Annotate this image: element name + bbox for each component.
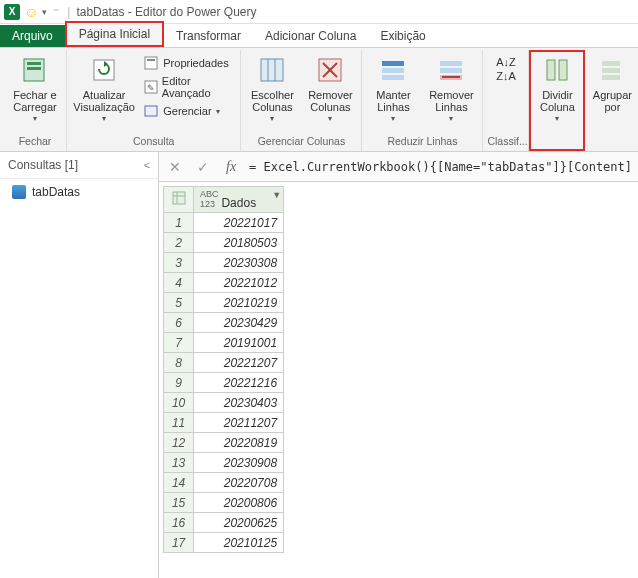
cell-value[interactable]: 20230308 bbox=[194, 253, 284, 273]
smiley-icon: ☺ bbox=[24, 4, 38, 20]
remove-columns-button[interactable]: Remover Colunas ▾ bbox=[303, 52, 357, 127]
tab-file[interactable]: Arquivo bbox=[0, 25, 65, 47]
table-row[interactable]: 920221216 bbox=[164, 373, 284, 393]
choose-columns-button[interactable]: Escolher Colunas ▾ bbox=[245, 52, 299, 127]
svg-rect-9 bbox=[145, 106, 157, 116]
table-corner[interactable] bbox=[164, 187, 194, 213]
column-header-dados[interactable]: ABC 123 Dados ▼ bbox=[194, 187, 284, 213]
row-number[interactable]: 9 bbox=[164, 373, 194, 393]
row-number[interactable]: 4 bbox=[164, 273, 194, 293]
commit-formula-icon[interactable]: ✓ bbox=[193, 157, 213, 177]
ribbon: Fechar e Carregar ▾ Fechar Atualizar Vis… bbox=[0, 48, 638, 152]
fx-icon[interactable]: fx bbox=[221, 157, 241, 177]
properties-button[interactable]: Propriedades bbox=[141, 54, 236, 72]
row-number[interactable]: 7 bbox=[164, 333, 194, 353]
cell-value[interactable]: 20180503 bbox=[194, 233, 284, 253]
manage-button[interactable]: Gerenciar ▾ bbox=[141, 102, 236, 120]
sort-desc-button[interactable]: Z↓A bbox=[496, 70, 516, 82]
cell-value[interactable]: 20221017 bbox=[194, 213, 284, 233]
table-row[interactable]: 420221012 bbox=[164, 273, 284, 293]
table-row[interactable]: 720191001 bbox=[164, 333, 284, 353]
cancel-formula-icon[interactable]: ✕ bbox=[165, 157, 185, 177]
data-table: ABC 123 Dados ▼ 120221017220180503320230… bbox=[163, 186, 284, 553]
main-pane: ✕ ✓ fx = Excel.CurrentWorkbook(){[Name="… bbox=[159, 152, 638, 578]
svg-rect-2 bbox=[27, 67, 41, 70]
table-row[interactable]: 1020230403 bbox=[164, 393, 284, 413]
query-item-label: tabDatas bbox=[32, 185, 80, 199]
cell-value[interactable]: 20211207 bbox=[194, 413, 284, 433]
table-row[interactable]: 520210219 bbox=[164, 293, 284, 313]
row-number[interactable]: 12 bbox=[164, 433, 194, 453]
row-number[interactable]: 15 bbox=[164, 493, 194, 513]
table-row[interactable]: 320230308 bbox=[164, 253, 284, 273]
ribbon-group-reduce-rows: Manter Linhas ▾ Remover Linhas ▾ Reduzir… bbox=[362, 50, 483, 151]
keep-rows-button[interactable]: Manter Linhas ▾ bbox=[366, 52, 420, 127]
qat-dropdown-icon[interactable]: ▾ bbox=[42, 7, 47, 17]
cell-value[interactable]: 20221012 bbox=[194, 273, 284, 293]
split-column-button[interactable]: Dividir Coluna ▾ bbox=[533, 52, 581, 127]
group-by-button[interactable]: Agrupar por bbox=[589, 52, 635, 115]
table-row[interactable]: 820221207 bbox=[164, 353, 284, 373]
data-grid[interactable]: ABC 123 Dados ▼ 120221017220180503320230… bbox=[159, 182, 638, 578]
ribbon-group-label: Reduzir Linhas bbox=[366, 134, 478, 149]
table-row[interactable]: 120221017 bbox=[164, 213, 284, 233]
choose-columns-label: Escolher Colunas bbox=[247, 89, 297, 113]
cell-value[interactable]: 20220708 bbox=[194, 473, 284, 493]
refresh-preview-button[interactable]: Atualizar Visualização ▾ bbox=[71, 52, 137, 127]
cell-value[interactable]: 20210125 bbox=[194, 533, 284, 553]
collapse-pane-icon[interactable]: < bbox=[144, 159, 150, 171]
body-area: Consultas [1] < tabDatas ✕ ✓ fx = Excel.… bbox=[0, 152, 638, 578]
table-row[interactable]: 1720210125 bbox=[164, 533, 284, 553]
row-number[interactable]: 13 bbox=[164, 453, 194, 473]
row-number[interactable]: 16 bbox=[164, 513, 194, 533]
row-number[interactable]: 8 bbox=[164, 353, 194, 373]
query-item-tabdatas[interactable]: tabDatas bbox=[0, 179, 158, 205]
close-and-load-button[interactable]: Fechar e Carregar ▾ bbox=[8, 52, 62, 127]
cell-value[interactable]: 20221216 bbox=[194, 373, 284, 393]
cell-value[interactable]: 20191001 bbox=[194, 333, 284, 353]
svg-rect-25 bbox=[602, 61, 620, 66]
ribbon-group-split: Dividir Coluna ▾ bbox=[529, 50, 585, 151]
svg-rect-10 bbox=[261, 59, 283, 81]
remove-rows-button[interactable]: Remover Linhas ▾ bbox=[424, 52, 478, 127]
cell-value[interactable]: 20230908 bbox=[194, 453, 284, 473]
row-number[interactable]: 14 bbox=[164, 473, 194, 493]
table-row[interactable]: 620230429 bbox=[164, 313, 284, 333]
sort-asc-button[interactable]: A↓Z bbox=[496, 56, 516, 68]
row-number[interactable]: 1 bbox=[164, 213, 194, 233]
table-row[interactable]: 1520200806 bbox=[164, 493, 284, 513]
table-row[interactable]: 1220220819 bbox=[164, 433, 284, 453]
cell-value[interactable]: 20230429 bbox=[194, 313, 284, 333]
close-load-label: Fechar e Carregar bbox=[10, 89, 60, 113]
tab-view[interactable]: Exibição bbox=[368, 25, 437, 47]
cell-value[interactable]: 20221207 bbox=[194, 353, 284, 373]
formula-text[interactable]: = Excel.CurrentWorkbook(){[Name="tabData… bbox=[249, 160, 632, 174]
row-number[interactable]: 6 bbox=[164, 313, 194, 333]
tab-home[interactable]: Página Inicial bbox=[65, 21, 164, 47]
tab-transform[interactable]: Transformar bbox=[164, 25, 253, 47]
table-row[interactable]: 1620200625 bbox=[164, 513, 284, 533]
row-number[interactable]: 10 bbox=[164, 393, 194, 413]
svg-rect-1 bbox=[27, 62, 41, 65]
row-number[interactable]: 2 bbox=[164, 233, 194, 253]
excel-icon: X bbox=[4, 4, 20, 20]
svg-rect-28 bbox=[173, 192, 185, 204]
cell-value[interactable]: 20210219 bbox=[194, 293, 284, 313]
svg-text:✎: ✎ bbox=[147, 83, 155, 93]
cell-value[interactable]: 20230403 bbox=[194, 393, 284, 413]
row-number[interactable]: 5 bbox=[164, 293, 194, 313]
row-number[interactable]: 11 bbox=[164, 413, 194, 433]
row-number[interactable]: 17 bbox=[164, 533, 194, 553]
advanced-editor-button[interactable]: ✎ Editor Avançado bbox=[141, 74, 236, 100]
cell-value[interactable]: 20220819 bbox=[194, 433, 284, 453]
table-row[interactable]: 220180503 bbox=[164, 233, 284, 253]
ribbon-group-sort: A↓Z Z↓A Classif... bbox=[483, 50, 529, 151]
cell-value[interactable]: 20200806 bbox=[194, 493, 284, 513]
table-row[interactable]: 1120211207 bbox=[164, 413, 284, 433]
row-number[interactable]: 3 bbox=[164, 253, 194, 273]
table-row[interactable]: 1320230908 bbox=[164, 453, 284, 473]
filter-dropdown-icon[interactable]: ▼ bbox=[272, 190, 281, 200]
cell-value[interactable]: 20200625 bbox=[194, 513, 284, 533]
tab-add-column[interactable]: Adicionar Coluna bbox=[253, 25, 368, 47]
table-row[interactable]: 1420220708 bbox=[164, 473, 284, 493]
